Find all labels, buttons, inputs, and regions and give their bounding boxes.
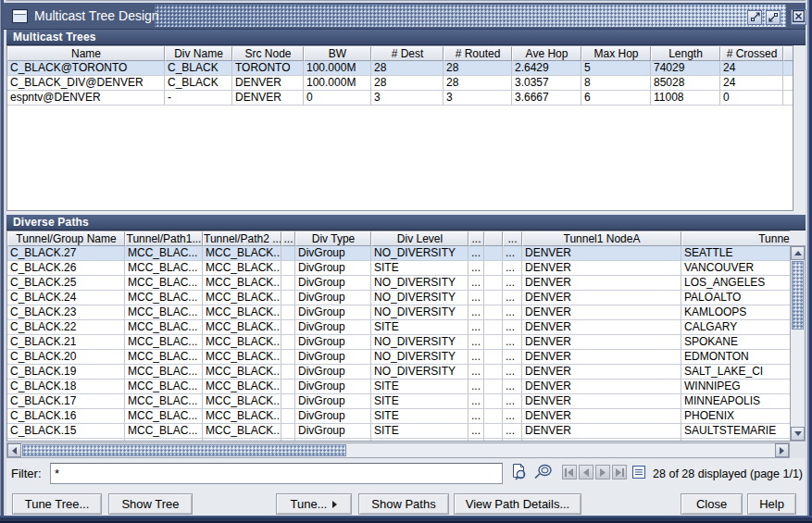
cell: DivGroup <box>295 305 371 319</box>
close-button[interactable] <box>791 9 806 25</box>
cell: SEATTLE <box>681 246 790 260</box>
column-header[interactable]: # Routed <box>443 46 512 61</box>
table-row[interactable]: C_BLACK.24MCC_BLAC...MCC_BLACK...DivGrou… <box>7 291 790 305</box>
cell: ... <box>503 394 522 408</box>
table-row[interactable]: espntv@DENVER-DENVER0333.66676110080 <box>7 91 793 106</box>
scroll-up-button[interactable] <box>791 246 805 260</box>
magnifier-button[interactable] <box>532 464 553 482</box>
vertical-scrollbar-thumb[interactable] <box>792 261 804 330</box>
diverse-paths-title: Diverse Paths <box>13 216 89 229</box>
table-row[interactable]: C_BLACK.15MCC_BLAC...MCC_BLACK...DivGrou… <box>7 424 790 439</box>
multicast-trees-title: Multicast Trees <box>13 31 96 44</box>
window-frame-bottom <box>0 516 812 523</box>
cell: MCC_BLACK... <box>203 246 281 260</box>
arrow-right-icon <box>780 447 784 455</box>
minimize-button[interactable] <box>747 10 762 25</box>
cell: DivGroup <box>295 261 371 275</box>
help-button[interactable]: Help <box>747 493 796 515</box>
title-bar[interactable]: Multicast Tree Design <box>3 3 806 30</box>
vertical-scrollbar[interactable] <box>790 245 806 442</box>
cell: 28 <box>371 61 443 75</box>
cell: MCC_BLAC... <box>125 439 203 442</box>
cell: MCC_BLACK... <box>203 335 281 349</box>
column-header[interactable]: Div Type <box>295 231 371 246</box>
last-page-button[interactable] <box>612 465 627 479</box>
window-frame-right <box>806 0 812 523</box>
column-header[interactable]: Tunnel/Path2 ... <box>203 231 281 246</box>
cell: DivGroup <box>295 350 371 364</box>
cell: ... <box>468 409 484 423</box>
column-header[interactable]: # Crossed <box>720 46 783 61</box>
table-row[interactable]: C_BLACK.25MCC_BLAC...MCC_BLACK...DivGrou… <box>7 276 790 291</box>
scroll-right-button[interactable] <box>775 443 789 457</box>
show-tree-button[interactable]: Show Tree <box>108 493 193 515</box>
cell: 28 <box>443 61 512 75</box>
column-header[interactable]: Length <box>651 46 720 61</box>
column-header[interactable]: Max Hop <box>581 46 651 61</box>
column-header[interactable]: ... <box>281 231 295 246</box>
cell: C_BLACK.15 <box>7 424 125 438</box>
cell: ... <box>468 394 484 408</box>
maximize-button[interactable] <box>766 10 781 25</box>
column-header[interactable]: ... <box>468 231 484 246</box>
filter-input[interactable] <box>50 463 503 484</box>
column-header[interactable]: Src Node <box>232 46 304 61</box>
table-row[interactable]: C_BLACK.27MCC_BLAC...MCC_BLACK...DivGrou… <box>7 246 790 261</box>
table-row[interactable]: C_BLACK.18MCC_BLAC...MCC_BLACK...DivGrou… <box>7 380 790 394</box>
table-row[interactable]: C_BLACK.23MCC_BLAC...MCC_BLACK...DivGrou… <box>7 305 790 320</box>
table-row[interactable]: C_BLACK@TORONTOC_BLACKTORONTO100.000M282… <box>7 61 793 76</box>
column-header[interactable]: Name <box>7 46 165 61</box>
cell: ... <box>503 350 522 364</box>
cell: SPOKANE <box>681 335 790 349</box>
column-header[interactable]: # Dest <box>371 46 443 61</box>
table-row[interactable]: C_BLACK.22MCC_BLAC...MCC_BLACK...DivGrou… <box>7 320 790 335</box>
cell: C_BLACK.23 <box>7 305 125 319</box>
page-list-button[interactable] <box>631 466 646 480</box>
horizontal-scrollbar-thumb[interactable] <box>22 444 346 456</box>
table-row[interactable]: C_BLACK_DIV@DENVERC_BLACKDENVER100.000M2… <box>7 76 793 91</box>
search-document-icon <box>509 463 528 484</box>
column-header[interactable]: Div Level <box>371 231 468 246</box>
cell: SITE <box>371 409 468 423</box>
close-dialog-button[interactable]: Close <box>681 493 743 515</box>
table-row[interactable]: C_BLACK.17MCC_BLAC...MCC_BLACK...DivGrou… <box>7 394 790 409</box>
table-header-row: NameDiv NameSrc NodeBW# Dest# RoutedAve … <box>7 46 793 61</box>
table-row[interactable]: C_BLACK.14MCC_BLAC...MCC_BLACK...DivGrou… <box>7 439 790 442</box>
next-page-button[interactable] <box>595 465 610 479</box>
prev-page-button[interactable] <box>579 465 593 479</box>
column-header[interactable] <box>484 231 503 246</box>
table-row[interactable]: C_BLACK.21MCC_BLAC...MCC_BLACK...DivGrou… <box>7 335 790 350</box>
cell: ... <box>468 276 484 290</box>
show-paths-button[interactable]: Show Paths <box>358 493 449 515</box>
search-document-button[interactable] <box>508 464 529 482</box>
cell: MCC_BLAC... <box>125 380 203 393</box>
column-header[interactable]: Tunne <box>681 231 790 246</box>
column-header[interactable]: Div Name <box>165 46 232 61</box>
cell <box>281 335 295 349</box>
column-header[interactable]: Tunnel/Path1... <box>125 231 203 246</box>
cell: MCC_BLACK... <box>203 409 281 423</box>
column-header[interactable]: Tunnel1 NodeA <box>522 231 681 246</box>
column-header[interactable]: ... <box>503 231 522 246</box>
cell: DivGroup <box>295 409 371 423</box>
cell: MCC_BLAC... <box>125 394 203 408</box>
table-row[interactable]: C_BLACK.19MCC_BLAC...MCC_BLACK...DivGrou… <box>7 365 790 380</box>
column-header[interactable]: BW <box>304 46 371 61</box>
tune-tree-button[interactable]: Tune Tree... <box>12 493 102 515</box>
table-row[interactable]: C_BLACK.20MCC_BLAC...MCC_BLACK...DivGrou… <box>7 350 790 365</box>
cell: SITE <box>371 439 468 442</box>
view-path-details-button[interactable]: View Path Details... <box>454 493 581 515</box>
first-page-button[interactable] <box>562 465 577 479</box>
column-header[interactable]: Ave Hop <box>512 46 581 61</box>
column-header[interactable] <box>783 46 793 61</box>
table-row[interactable]: C_BLACK.16MCC_BLAC...MCC_BLACK...DivGrou… <box>7 409 790 424</box>
scroll-left-button[interactable] <box>7 443 21 457</box>
column-header[interactable]: Tunnel/Group Name <box>7 231 125 246</box>
cell: DivGroup <box>295 276 371 290</box>
tune-menu-button[interactable]: Tune... <box>276 493 352 515</box>
scroll-down-button[interactable] <box>791 427 805 441</box>
table-row[interactable]: C_BLACK.26MCC_BLAC...MCC_BLACK...DivGrou… <box>7 261 790 276</box>
cell: DENVER <box>522 276 681 290</box>
cell: MCC_BLACK... <box>203 350 281 364</box>
horizontal-scrollbar[interactable] <box>6 442 790 458</box>
